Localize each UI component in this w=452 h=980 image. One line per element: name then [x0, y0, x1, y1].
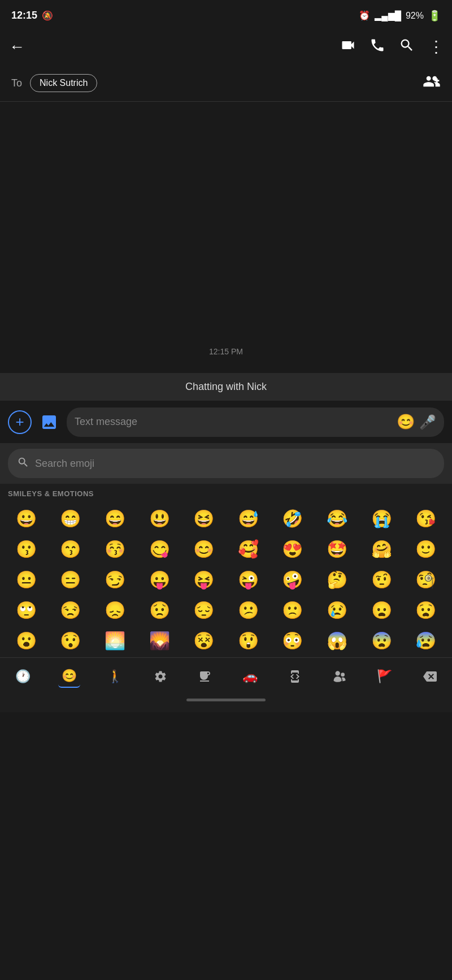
home-indicator [0, 694, 452, 712]
recipient-chip[interactable]: Nick Sutrich [30, 74, 97, 92]
nav-left: ← [9, 38, 25, 56]
category-symbols[interactable] [329, 666, 350, 687]
backspace-button[interactable] [420, 666, 440, 687]
add-contact-button[interactable] [423, 72, 441, 94]
voice-input-button[interactable]: 🎤 [419, 414, 436, 430]
emoji-cell[interactable]: 😏 [93, 565, 137, 594]
emoji-cell[interactable]: 🤗 [360, 534, 403, 563]
emoji-cell[interactable]: 😐 [5, 565, 48, 594]
message-placeholder: Text message [75, 416, 397, 428]
category-people[interactable]: 🚶 [104, 666, 126, 687]
status-icons: ⏰ ▂▄▆█ 92% 🔋 [359, 10, 441, 22]
phone-call-icon[interactable] [370, 37, 385, 57]
emoji-search-bar: Search emoji [0, 443, 452, 484]
emoji-cell[interactable]: 😀 [5, 504, 48, 533]
chatting-banner-text: Chatting with Nick [185, 381, 267, 392]
emoji-cell[interactable]: 😰 [404, 626, 447, 655]
category-objects[interactable] [285, 666, 305, 687]
emoji-cell[interactable]: 😂 [315, 504, 359, 533]
recipient-name: Nick Sutrich [40, 78, 88, 88]
emoji-search-placeholder: Search emoji [35, 458, 94, 470]
emoji-cell[interactable]: 😧 [404, 595, 447, 625]
battery-icon: 🔋 [428, 10, 441, 22]
emoji-cell[interactable]: 😍 [271, 534, 315, 563]
emoji-cell[interactable]: 😕 [227, 595, 270, 625]
emoji-cell[interactable]: 😭 [360, 504, 403, 533]
emoji-keyboard: SMILEYS & EMOTIONS 😀😁😄😃😆😅🤣😂😭😘😗😙😚😋😊🥰😍🤩🤗🙂😐… [0, 484, 452, 657]
emoji-cell[interactable]: 😱 [315, 626, 359, 655]
category-travel[interactable]: 🚗 [239, 666, 261, 687]
emoji-cell[interactable]: 😝 [182, 565, 225, 594]
search-icon[interactable] [399, 37, 415, 57]
alarm-icon: ⏰ [359, 10, 370, 21]
emoji-cell[interactable]: 😊 [182, 534, 225, 563]
emoji-cell[interactable]: 😨 [360, 626, 403, 655]
emoji-cell[interactable]: 😛 [138, 565, 181, 594]
nav-bar: ← ⋮ [0, 28, 452, 65]
emoji-cell[interactable]: 😆 [182, 504, 225, 533]
emoji-cell[interactable]: 🥰 [227, 534, 270, 563]
emoji-cell[interactable]: 🤣 [271, 504, 315, 533]
time-display: 12:15 [11, 10, 37, 21]
emoji-grid: 😀😁😄😃😆😅🤣😂😭😘😗😙😚😋😊🥰😍🤩🤗🙂😐😑😏😛😝😜🤪🤔🤨🧐🙄😒😞😟😔😕🙁😢😦😧… [0, 501, 452, 657]
emoji-cell[interactable]: 😔 [182, 595, 225, 625]
emoji-cell[interactable]: 😑 [49, 565, 93, 594]
emoji-cell[interactable]: 😞 [93, 595, 137, 625]
emoji-search-input-wrapper[interactable]: Search emoji [8, 449, 444, 478]
emoji-cell[interactable]: 😲 [227, 626, 270, 655]
emoji-section-label: SMILEYS & EMOTIONS [0, 484, 452, 501]
image-attach-button[interactable] [37, 410, 61, 434]
emoji-cell[interactable]: 🙄 [5, 595, 48, 625]
emoji-cell[interactable]: 😢 [315, 595, 359, 625]
to-field: To Nick Sutrich [0, 65, 452, 102]
emoji-cell[interactable]: 🌄 [138, 626, 181, 655]
emoji-cell[interactable]: 🙂 [404, 534, 447, 563]
emoji-cell[interactable]: 😯 [49, 626, 93, 655]
emoji-cell[interactable]: 🤩 [315, 534, 359, 563]
emoji-cell[interactable]: 🌅 [93, 626, 137, 655]
back-button[interactable]: ← [9, 38, 25, 56]
emoji-cell[interactable]: 😮 [5, 626, 48, 655]
status-bar: 12:15 🔕 ⏰ ▂▄▆█ 92% 🔋 [0, 0, 452, 28]
add-attachment-button[interactable]: + [8, 410, 32, 434]
home-bar [186, 699, 266, 701]
chat-area: 12:15 PM [0, 102, 452, 373]
input-bar: + Text message 😊 🎤 [0, 401, 452, 443]
category-flags[interactable]: 🚩 [373, 666, 395, 687]
emoji-search-icon [17, 456, 29, 471]
emoji-cell[interactable]: 🤨 [360, 565, 403, 594]
to-label: To [11, 77, 22, 89]
emoji-cell[interactable]: 😒 [49, 595, 93, 625]
emoji-cell[interactable]: 😚 [93, 534, 137, 563]
category-smileys[interactable]: 😊 [58, 665, 80, 688]
emoji-cell[interactable]: 😦 [360, 595, 403, 625]
emoji-cell[interactable]: 😃 [138, 504, 181, 533]
emoji-cell[interactable]: 😳 [271, 626, 315, 655]
text-message-input[interactable]: Text message 😊 🎤 [67, 407, 444, 437]
emoji-cell[interactable]: 😟 [138, 595, 181, 625]
emoji-cell[interactable]: 😜 [227, 565, 270, 594]
emoji-cell[interactable]: 🙁 [271, 595, 315, 625]
video-call-icon[interactable] [340, 37, 356, 57]
emoji-cell[interactable]: 😄 [93, 504, 137, 533]
emoji-cell[interactable]: 😙 [49, 534, 93, 563]
emoji-cell[interactable]: 😗 [5, 534, 48, 563]
category-activities[interactable] [150, 666, 171, 687]
emoji-cell[interactable]: 🧐 [404, 565, 447, 594]
status-time: 12:15 🔕 [11, 10, 53, 21]
category-food[interactable] [194, 666, 215, 687]
emoji-cell[interactable]: 😅 [227, 504, 270, 533]
message-timestamp: 12:15 PM [203, 341, 249, 362]
category-recent[interactable]: 🕐 [12, 666, 34, 687]
emoji-cell[interactable]: 😁 [49, 504, 93, 533]
chatting-banner: Chatting with Nick [0, 373, 452, 401]
emoji-cell[interactable]: 🤪 [271, 565, 315, 594]
nav-right: ⋮ [340, 37, 443, 57]
emoji-picker-button[interactable]: 😊 [397, 413, 415, 431]
emoji-cell[interactable]: 😘 [404, 504, 447, 533]
emoji-cell[interactable]: 😵 [182, 626, 225, 655]
signal-bars: ▂▄▆█ [375, 10, 401, 21]
emoji-cell[interactable]: 🤔 [315, 565, 359, 594]
emoji-cell[interactable]: 😋 [138, 534, 181, 563]
notification-icon: 🔕 [42, 10, 53, 21]
